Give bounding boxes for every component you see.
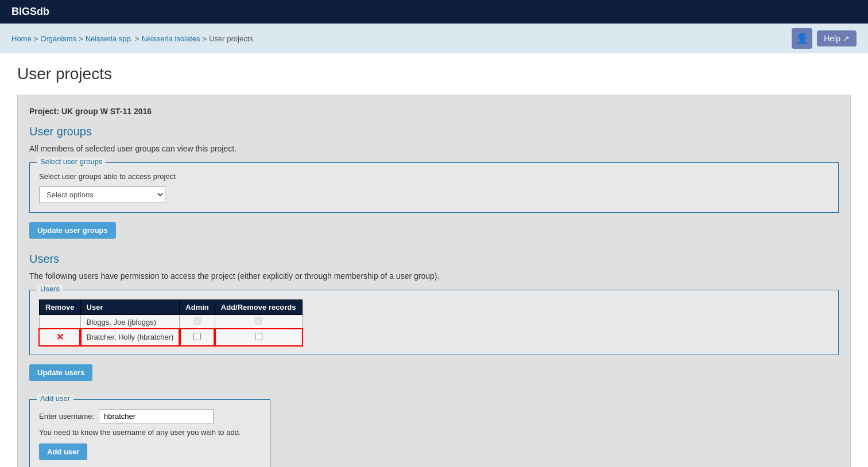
section-card: Project: UK group W ST-11 2016 User grou… [17, 95, 851, 467]
add-remove-checkbox-2[interactable] [255, 333, 262, 340]
topbar: BIGSdb [0, 0, 868, 24]
users-legend: Users [37, 285, 63, 293]
add-user-fieldset: Add user Enter username: You need to kno… [29, 399, 270, 467]
col-add-remove: Add/Remove records [215, 300, 302, 315]
update-user-groups-button[interactable]: Update user groups [29, 222, 116, 239]
remove-cell-1 [40, 315, 81, 329]
select-user-groups-legend: Select user groups [37, 157, 106, 166]
table-row: ✕ Bratcher, Holly (hbratcher) [40, 329, 303, 345]
admin-cell-2[interactable] [180, 329, 215, 345]
breadcrumb-neisseria-spp[interactable]: Neisseria spp. [86, 34, 133, 43]
select-user-groups-label: Select user groups able to access projec… [39, 172, 829, 181]
add-user-note: You need to know the username of any use… [39, 428, 261, 437]
admin-checkbox-1 [193, 317, 201, 325]
breadcrumb-neisseria-isolates[interactable]: Neisseria isolates [142, 34, 200, 43]
col-remove: Remove [40, 300, 81, 315]
users-fieldset: Users Remove User Admin Add/Remove recor… [29, 290, 839, 355]
remove-icon[interactable]: ✕ [56, 332, 64, 342]
add-user-legend: Add user [37, 394, 73, 403]
breadcrumb-bar: Home > Organisms > Neisseria spp. > Neis… [0, 24, 868, 53]
main-content: User projects Project: UK group W ST-11 … [0, 53, 868, 467]
add-user-row: Enter username: [39, 409, 261, 423]
user-groups-description: All members of selected user groups can … [29, 144, 839, 153]
help-label: Help [824, 34, 840, 43]
external-link-icon: ↗ [843, 34, 850, 43]
table-row: Bloggs, Joe (jbloggs) [40, 315, 303, 329]
breadcrumb-sep-4: > [203, 34, 207, 43]
add-remove-cell-1 [215, 315, 302, 329]
add-remove-cell-2[interactable] [215, 329, 302, 345]
admin-checkbox-2[interactable] [193, 333, 201, 340]
breadcrumb-home[interactable]: Home [11, 34, 32, 43]
breadcrumb-organisms[interactable]: Organisms [40, 34, 76, 43]
breadcrumb-sep-2: > [79, 34, 83, 43]
breadcrumb-sep-3: > [135, 34, 140, 43]
user-groups-select[interactable]: Select options [39, 186, 165, 203]
users-description: The following users have permission to a… [29, 271, 839, 281]
add-user-label: Enter username: [39, 412, 94, 421]
user-cell-2: Bratcher, Holly (hbratcher) [80, 329, 180, 345]
add-user-input[interactable] [99, 409, 214, 423]
user-cell-1: Bloggs, Joe (jbloggs) [80, 315, 180, 329]
user-icon-button[interactable]: 👤 [792, 28, 812, 49]
user-groups-heading: User groups [29, 125, 839, 138]
project-label: Project: UK group W ST-11 2016 [29, 107, 839, 116]
topbar-actions: 👤 Help ↗ [792, 28, 857, 49]
breadcrumb-current: User projects [209, 34, 253, 43]
app-title: BIGSdb [11, 6, 49, 18]
select-user-groups-fieldset: Select user groups Select user groups ab… [29, 162, 839, 213]
help-button[interactable]: Help ↗ [817, 30, 857, 46]
add-remove-checkbox-1 [255, 317, 262, 325]
update-users-button[interactable]: Update users [29, 364, 92, 381]
add-user-button[interactable]: Add user [39, 443, 87, 460]
col-admin: Admin [180, 300, 215, 315]
remove-cell-2: ✕ [40, 329, 81, 345]
admin-cell-1 [180, 315, 215, 329]
page-title: User projects [17, 65, 851, 83]
breadcrumb-sep-1: > [34, 34, 38, 43]
user-icon: 👤 [796, 32, 808, 45]
users-table: Remove User Admin Add/Remove records Blo… [39, 299, 303, 345]
col-user: User [80, 300, 180, 315]
breadcrumb: Home > Organisms > Neisseria spp. > Neis… [11, 34, 253, 43]
table-header-row: Remove User Admin Add/Remove records [40, 300, 303, 315]
users-heading: Users [29, 252, 839, 266]
